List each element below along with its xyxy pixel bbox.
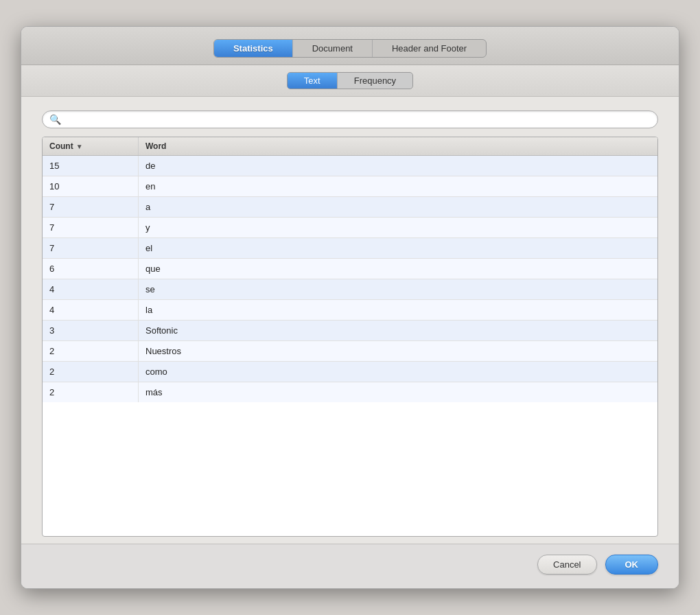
cell-count: 7: [43, 218, 139, 237]
cell-word: a: [139, 197, 657, 217]
main-tab-group: Statistics Document Header and Footer: [213, 39, 487, 58]
table-row[interactable]: 4se: [43, 279, 657, 300]
cell-word: en: [139, 176, 657, 196]
table-row[interactable]: 15de: [43, 156, 657, 176]
sort-descending-icon: ▼: [76, 143, 83, 150]
cell-word: que: [139, 259, 657, 279]
cancel-button[interactable]: Cancel: [537, 555, 596, 575]
tab-header-footer[interactable]: Header and Footer: [373, 40, 486, 57]
ok-button[interactable]: OK: [605, 555, 659, 575]
cell-count: 2: [43, 362, 139, 382]
cell-word: el: [139, 238, 657, 258]
tab-frequency[interactable]: Frequency: [338, 73, 412, 89]
cell-count: 7: [43, 238, 139, 258]
cell-count: 2: [43, 382, 139, 402]
table-row[interactable]: 10en: [43, 176, 657, 197]
sub-tab-bar: Text Frequency: [21, 65, 679, 97]
sub-tab-group: Text Frequency: [287, 72, 413, 89]
tab-text[interactable]: Text: [288, 73, 338, 89]
table-body: 15de10en7a7y7el6que4se4la3Softonic2Nuest…: [43, 156, 657, 536]
table-row[interactable]: 7el: [43, 238, 657, 259]
search-bar: 🔍: [42, 111, 658, 128]
word-count-table: Count ▼ Word 15de10en7a7y7el6que4se4la3S…: [42, 137, 658, 537]
cell-word: de: [139, 156, 657, 176]
table-row[interactable]: 2más: [43, 382, 657, 402]
main-tab-bar: Statistics Document Header and Footer: [21, 27, 679, 65]
table-row[interactable]: 4la: [43, 300, 657, 321]
cell-count: 2: [43, 341, 139, 361]
cell-word: la: [139, 300, 657, 320]
cell-count: 4: [43, 279, 139, 299]
cell-word: más: [139, 382, 657, 402]
column-header-word[interactable]: Word: [139, 137, 657, 155]
button-area: Cancel OK: [21, 544, 679, 588]
table-row[interactable]: 3Softonic: [43, 321, 657, 341]
cell-count: 6: [43, 259, 139, 279]
cell-count: 4: [43, 300, 139, 320]
content-area: 🔍 Count ▼ Word 15de10en7a7y7el6que4se4la…: [21, 97, 679, 544]
cell-word: se: [139, 279, 657, 299]
table-row[interactable]: 7a: [43, 197, 657, 218]
dialog: Statistics Document Header and Footer Te…: [21, 26, 679, 589]
search-icon: 🔍: [49, 114, 61, 125]
table-row[interactable]: 7y: [43, 218, 657, 238]
table-header: Count ▼ Word: [43, 137, 657, 156]
cell-word: Nuestros: [139, 341, 657, 361]
cell-count: 3: [43, 321, 139, 340]
cell-word: como: [139, 362, 657, 382]
cell-count: 10: [43, 176, 139, 196]
table-row[interactable]: 2como: [43, 362, 657, 382]
cell-word: Softonic: [139, 321, 657, 340]
cell-count: 15: [43, 156, 139, 176]
cell-word: y: [139, 218, 657, 237]
cell-count: 7: [43, 197, 139, 217]
table-row[interactable]: 2Nuestros: [43, 341, 657, 362]
column-header-count[interactable]: Count ▼: [43, 137, 139, 155]
table-row[interactable]: 6que: [43, 259, 657, 279]
tab-document[interactable]: Document: [293, 40, 373, 57]
search-input[interactable]: [65, 115, 651, 125]
tab-statistics[interactable]: Statistics: [214, 40, 293, 57]
